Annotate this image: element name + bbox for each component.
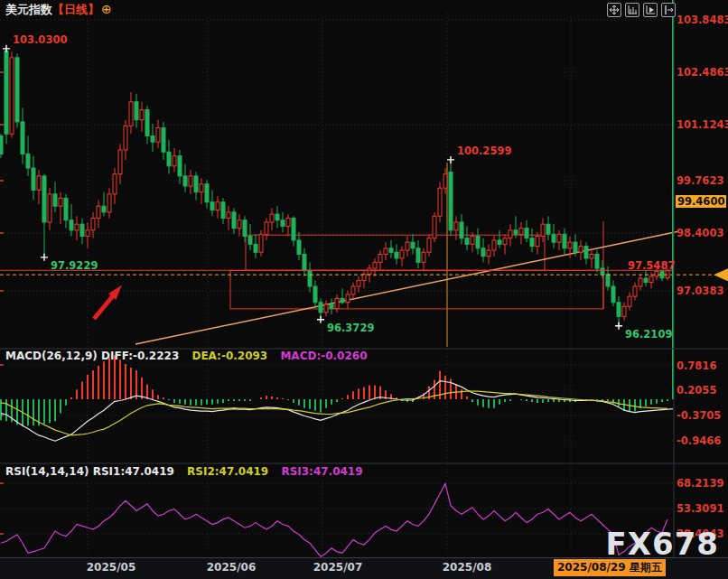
candle-body — [80, 224, 84, 236]
candle-body — [140, 110, 144, 120]
symbol-name: 美元指数 — [5, 3, 52, 16]
candle-body — [113, 174, 117, 194]
candle-body — [335, 298, 339, 308]
candle-body — [173, 156, 176, 166]
candle-body — [254, 244, 257, 252]
candle-body — [416, 248, 420, 263]
add-indicator-icon[interactable]: ⊕ — [101, 2, 112, 16]
candle-body — [514, 230, 518, 234]
axis-price-label: 101.1243 — [677, 118, 728, 131]
candle-body — [243, 220, 247, 237]
candle-body — [5, 51, 8, 134]
candle-body — [584, 247, 588, 258]
candle-body — [189, 176, 192, 186]
candle-body — [313, 286, 317, 303]
pivot-cross-marker — [447, 156, 454, 163]
candle-body — [373, 262, 377, 268]
candle-body — [178, 156, 182, 176]
candle-body — [351, 286, 355, 294]
candle-body — [238, 220, 241, 229]
candle-body — [183, 176, 187, 186]
axis-price-label: -0.9466 — [677, 434, 721, 447]
candle-body — [341, 298, 344, 302]
pivot-price-label: 97.9229 — [51, 259, 98, 272]
macd-dea-value: DEA:-0.2093 — [191, 350, 267, 362]
candle-body — [481, 248, 485, 257]
price-chart-canvas[interactable]: 103.030097.922996.3729100.259996.2109103… — [0, 0, 728, 579]
candle-body — [438, 188, 442, 216]
candle-body — [216, 202, 219, 210]
axis-scale-icon[interactable] — [625, 3, 639, 17]
time-axis-label: 2025/08 — [443, 561, 491, 574]
rsi1-value: RSI(14,14,14) RSI1:47.0419 — [5, 465, 174, 478]
time-axis-label: 2025/06 — [207, 561, 256, 574]
candle-body — [205, 184, 209, 202]
time-axis-label: 2025/05 — [87, 561, 135, 574]
rsi2-value: RSI2:47.0419 — [187, 465, 268, 478]
candle-body — [460, 222, 463, 238]
candle-body — [145, 110, 149, 136]
axis-price-label: -0.3705 — [677, 409, 721, 422]
candle-body — [265, 222, 268, 234]
candle-body — [308, 270, 312, 286]
pivot-price-label: 100.2599 — [457, 145, 511, 157]
candle-body — [135, 102, 138, 120]
axis-price-label: 0.7816 — [677, 360, 716, 372]
candle-body — [503, 238, 507, 245]
candle-body — [97, 206, 100, 218]
candle-body — [590, 255, 593, 258]
candle-body — [595, 255, 599, 269]
candle-body — [449, 172, 453, 229]
candle-body — [454, 222, 458, 230]
axis-price-label: 68.2139 — [677, 477, 723, 490]
candle-body — [525, 229, 528, 238]
candle-body — [319, 303, 322, 313]
trading-app: 103.030097.922996.3729100.259996.2109103… — [0, 0, 728, 579]
candle-body — [270, 214, 274, 222]
candle-body — [395, 252, 398, 258]
exit-chart-icon[interactable] — [661, 3, 676, 17]
candle-body — [639, 278, 642, 286]
candle-body — [443, 174, 447, 189]
candle-body — [563, 234, 566, 248]
candle-body — [389, 248, 393, 252]
candle-body — [362, 275, 366, 281]
candle-body — [498, 240, 501, 244]
axis-price-label: 97.0383 — [677, 285, 723, 297]
candle-body — [118, 150, 122, 174]
candle-body — [227, 212, 230, 219]
macd-diff-value: MACD(26,12,9) DIFF:-0.2223 — [5, 350, 179, 362]
candle-body — [519, 229, 523, 235]
candle-body — [221, 202, 225, 219]
candle-body — [406, 242, 409, 250]
candle-body — [465, 238, 469, 245]
candle-body — [21, 122, 24, 154]
candle-body — [102, 206, 106, 212]
candle-body — [232, 212, 236, 229]
price-axis-arrow-marker — [714, 268, 728, 281]
candle-body — [384, 248, 387, 255]
macd-dea-line — [1, 391, 667, 435]
candle-body — [552, 234, 555, 242]
candle-body — [42, 176, 46, 222]
candle-body — [628, 296, 631, 306]
symbol-title: 美元指数【日线】⊕ — [5, 2, 112, 18]
candle-body — [70, 220, 73, 230]
candle-body — [107, 194, 111, 212]
axis-price-label: 99.7623 — [677, 174, 723, 187]
candle-body — [611, 286, 615, 303]
candle-body — [303, 255, 306, 271]
candle-body — [91, 219, 95, 230]
pivot-cross-marker — [317, 316, 324, 323]
candle-body — [655, 272, 658, 276]
candle-body — [330, 304, 333, 308]
axis-playback-icon[interactable] — [643, 3, 658, 17]
candle-body — [59, 198, 62, 206]
pan-icon[interactable] — [607, 3, 621, 17]
axis-price-label: 98.4003 — [677, 227, 723, 239]
macd-readout: MACD(26,12,9) DIFF:-0.2223 DEA:-0.2093 M… — [5, 350, 368, 362]
candle-body — [156, 128, 160, 143]
candle-body — [633, 286, 637, 296]
candle-body — [622, 306, 626, 316]
candle-body — [297, 240, 301, 255]
